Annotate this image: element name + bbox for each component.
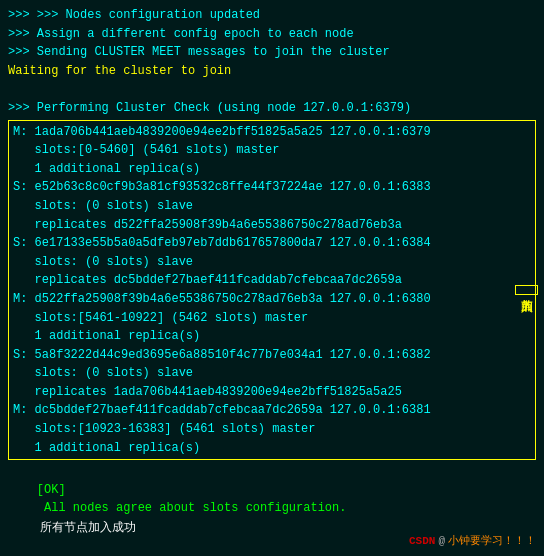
box-line-15: replicates 1ada706b441aeb4839200e94ee2bf… <box>13 383 531 402</box>
line-performing: >>> Performing Cluster Check (using node… <box>8 99 536 118</box>
terminal: >>> >>> Nodes configuration updated >>> … <box>0 0 544 556</box>
watermark: CSDN @ 小钟要学习！！！ <box>409 533 536 548</box>
box-line-17: slots:[10923-16383] (5461 slots) master <box>13 420 531 439</box>
box-line-12: 1 additional replica(s) <box>13 327 531 346</box>
at-symbol: @ <box>438 535 445 547</box>
ok-chinese-1: 所有节点加入成功 <box>37 520 136 534</box>
csdn-label: CSDN <box>409 535 435 547</box>
box-line-7: S: 6e17133e55b5a0a5dfeb97eb7ddb617657800… <box>13 234 531 253</box>
line-waiting: Waiting for the cluster to join <box>8 62 536 81</box>
box-line-10: M: d522ffa25908f39b4a6e55386750c278ad76e… <box>13 290 531 309</box>
box-line-16: M: dc5bddef27baef411fcaddab7cfebcaa7dc26… <box>13 401 531 420</box>
blank-line <box>8 80 536 99</box>
line-3: >>> Sending CLUSTER MEET messages to joi… <box>8 43 536 62</box>
box-line-13: S: 5a8f3222d44c9ed3695e6a88510f4c77b7e03… <box>13 346 531 365</box>
line-2: >>> Assign a different config epoch to e… <box>8 25 536 44</box>
box-line-4: S: e52b63c8c0cf9b3a81cf93532c8ffe44f3722… <box>13 178 531 197</box>
box-line-3: 1 additional replica(s) <box>13 160 531 179</box>
line-1: >>> >>> Nodes configuration updated <box>8 6 536 25</box>
arrow-icon: >>> <box>8 8 37 22</box>
box-line-9: replicates dc5bddef27baef411fcaddab7cfeb… <box>13 271 531 290</box>
ok-text-1: All nodes agree about slots configuratio… <box>37 501 347 515</box>
box-line-18: 1 additional replica(s) <box>13 439 531 458</box>
box-line-11: slots:[5461-10922] (5462 slots) master <box>13 309 531 328</box>
box-line-1: M: 1ada706b441aeb4839200e94ee2bff51825a5… <box>13 123 531 142</box>
box-line-5: slots: (0 slots) slave <box>13 197 531 216</box>
ok-bracket-1: [OK] <box>37 483 66 497</box>
side-note: 节点的加入 <box>515 285 538 295</box>
cluster-check-box: M: 1ada706b441aeb4839200e94ee2bff51825a5… <box>8 120 536 461</box>
box-line-8: slots: (0 slots) slave <box>13 253 531 272</box>
box-line-14: slots: (0 slots) slave <box>13 364 531 383</box>
box-line-2: slots:[0-5460] (5461 slots) master <box>13 141 531 160</box>
box-line-6: replicates d522ffa25908f39b4a6e55386750c… <box>13 216 531 235</box>
user-label: 小钟要学习！！！ <box>448 533 536 548</box>
